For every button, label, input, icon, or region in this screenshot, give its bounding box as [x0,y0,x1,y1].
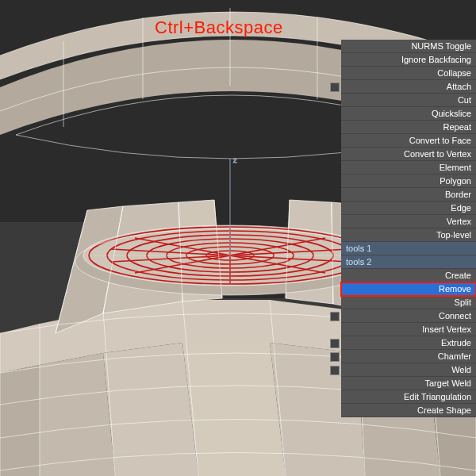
svg-marker-2 [0,365,40,476]
settings-box-icon[interactable] [330,352,340,362]
menu-item-insert-vertex[interactable]: Insert Vertex [341,323,476,336]
menu-item-cut[interactable]: Cut [341,94,476,107]
menu-item-convert-to-vertex[interactable]: Convert to Vertex [341,148,476,161]
menu-item-collapse[interactable]: Collapse [341,67,476,80]
menu-item-chamfer[interactable]: Chamfer [341,350,476,363]
menu-item-weld[interactable]: Weld [341,363,476,377]
menu-item-label: Split [455,296,471,309]
menu-item-polygon[interactable]: Polygon [341,175,476,188]
menu-item-label: Border [445,188,471,202]
settings-box-icon[interactable] [330,312,340,321]
menu-item-label: Edge [451,202,471,215]
menu-item-label: NURMS Toggle [411,40,471,53]
menu-item-label: Weld [451,363,471,377]
menu-item-label: Attach [447,80,471,94]
menu-item-quickslice[interactable]: Quickslice [341,107,476,121]
menu-item-label: Edit Triangulation [404,390,471,404]
menu-item-convert-to-face[interactable]: Convert to Face [341,134,476,148]
menu-item-label: Vertex [447,215,471,228]
menu-item-label: Ignore Backfacing [401,53,471,67]
menu-item-attach[interactable]: Attach [341,80,476,94]
3d-viewport[interactable]: z Ctrl+Backspace NURMS ToggleIgnore Back… [0,0,476,476]
menu-item-remove[interactable]: Remove [341,282,476,296]
menu-item-target-weld[interactable]: Target Weld [341,377,476,390]
svg-marker-3 [40,353,115,476]
svg-marker-5 [182,343,286,476]
menu-item-label: Top-level [436,228,471,242]
menu-item-split[interactable]: Split [341,296,476,309]
menu-item-border[interactable]: Border [341,188,476,202]
menu-item-label: Quickslice [432,107,471,121]
menu-item-label: Repeat [443,121,471,134]
menu-item-ignore-backfacing[interactable]: Ignore Backfacing [341,53,476,67]
menu-item-nurms-toggle[interactable]: NURMS Toggle [341,40,476,53]
menu-item-label: tools 2 [346,255,371,269]
settings-box-icon[interactable] [330,83,340,92]
menu-item-connect[interactable]: Connect [341,309,476,323]
settings-box-icon[interactable] [330,366,340,375]
menu-item-extrude[interactable]: Extrude [341,336,476,350]
svg-text:z: z [233,156,237,164]
menu-item-label: Convert to Face [409,134,471,148]
menu-item-tools-2[interactable]: tools 2 [341,255,476,269]
menu-item-create[interactable]: Create [341,269,476,282]
menu-item-label: Cut [458,94,471,107]
menu-item-label: Element [440,161,471,175]
menu-item-label: Create [445,269,471,282]
menu-item-create-shape[interactable]: Create Shape [341,404,476,417]
menu-item-label: tools 1 [346,242,371,255]
menu-item-label: Target Weld [425,377,472,390]
menu-item-label: Insert Vertex [422,323,471,336]
menu-item-edit-triangulation[interactable]: Edit Triangulation [341,390,476,404]
menu-item-element[interactable]: Element [341,161,476,175]
menu-item-label: Convert to Vertex [404,148,471,161]
menu-item-label: Extrude [441,336,471,350]
menu-item-label: Chamfer [438,350,471,363]
menu-item-vertex[interactable]: Vertex [341,215,476,228]
svg-marker-4 [103,343,198,476]
menu-item-label: Connect [439,309,471,323]
menu-item-label: Polygon [440,175,471,188]
menu-item-top-level[interactable]: Top-level [341,228,476,242]
settings-box-icon[interactable] [330,339,340,348]
menu-item-label: Remove [439,282,471,296]
quad-context-menu: NURMS ToggleIgnore BackfacingCollapseAtt… [341,40,476,417]
menu-item-edge[interactable]: Edge✓ [341,202,476,215]
menu-item-label: Collapse [437,67,471,80]
menu-item-label: Create Shape [417,404,471,417]
menu-item-repeat[interactable]: Repeat [341,121,476,134]
menu-item-tools-1[interactable]: tools 1 [341,242,476,255]
